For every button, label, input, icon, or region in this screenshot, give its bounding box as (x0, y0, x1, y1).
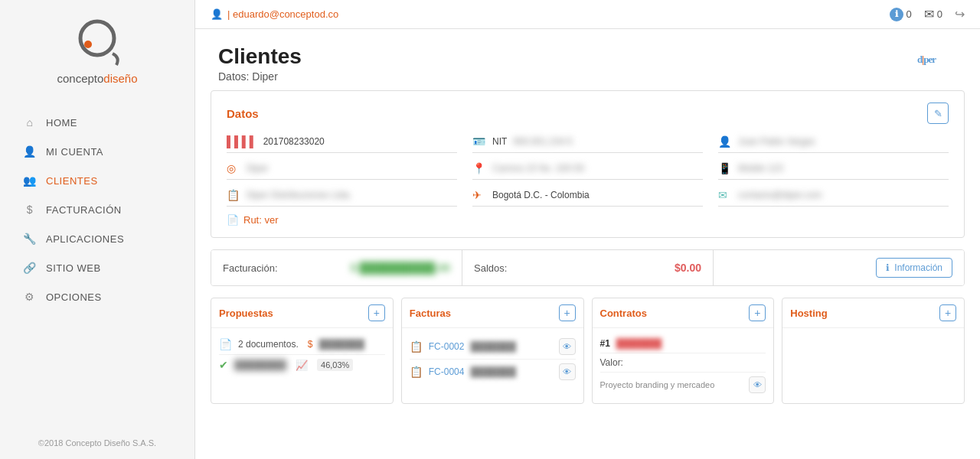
contrato-row-2: Valor: (600, 353, 766, 373)
contratos-card: Contratos + #1 ███████ Valor: Proyecto b… (592, 298, 775, 404)
sidebar-label-sitio-web: SITIO WEB (46, 262, 101, 274)
dato-city-value: Bogotá D.C. - Colombia (492, 190, 590, 200)
sidebar-item-aplicaciones[interactable]: 🔧 APLICACIONES (0, 224, 194, 253)
factura-row-2: 📋 FC-0004 ███████ 👁 (410, 360, 576, 384)
page-subtitle: Datos: Diper (218, 70, 302, 83)
user-icon: 👤 (23, 145, 37, 158)
factura-link-2[interactable]: FC-0004 (429, 366, 465, 377)
facturas-add-button[interactable]: + (559, 304, 576, 321)
propuestas-doc-count: 2 documentos. (238, 339, 299, 350)
contrato-valor-label: Valor: (600, 357, 623, 368)
dato-person-value: Juan Pablo Vargas (738, 136, 815, 147)
topbar-email[interactable]: | eduardo@conceptod.co (227, 8, 338, 20)
hosting-card: Hosting + (782, 298, 965, 404)
topbar: 👤 | eduardo@conceptod.co ℹ 0 ✉ 0 ↪ (195, 0, 980, 29)
dato-company-value: Diper Distribuciones Ltda. (247, 190, 351, 200)
sitio-web-icon: 🔗 (23, 262, 37, 274)
datos-grid: ▌▌▌▌ 201708233020 🪪 NIT 900.001.234-5 👤 … (227, 135, 949, 207)
logo-area: conceptodiseño (57, 15, 137, 85)
sidebar-item-facturacion[interactable]: $ FACTURACIÓN (0, 195, 194, 224)
dato-address-value: Carrera 15 No. 100-50 (492, 163, 584, 174)
cards-grid: Propuestas + 📄 2 documentos. $ ███████ ✔… (211, 298, 965, 404)
dato-nit-value: 900.001.234-5 (513, 136, 572, 147)
factura-eye-btn-1[interactable]: 👁 (559, 338, 576, 355)
factura-doc-icon-1: 📋 (410, 340, 423, 353)
contrato-row-3: Proyecto branding y mercadeo 👁 (600, 373, 766, 397)
info-badge-circle: ℹ (890, 8, 903, 21)
dato-phone-value: Mobile 123 (738, 163, 783, 174)
svg-point-0 (80, 21, 114, 55)
contrato-eye-btn[interactable]: 👁 (749, 376, 766, 393)
trend-icon: 📈 (296, 360, 308, 371)
logo-concepto: concepto (57, 72, 103, 85)
sidebar-label-facturacion: FACTURACIÓN (46, 204, 122, 216)
contrato-row-1: #1 ███████ (600, 334, 766, 353)
rut-link[interactable]: 📄 Rut: ver (227, 214, 949, 226)
datos-header: Datos ✎ (227, 103, 949, 124)
contratos-add-button[interactable]: + (749, 304, 766, 321)
copyright-text: ©2018 Concepto Diseño S.A.S. (38, 438, 156, 448)
sidebar-item-clientes[interactable]: 👥 CLIENTES (0, 166, 194, 195)
contratos-body: #1 ███████ Valor: Proyecto branding y me… (593, 328, 774, 403)
propuestas-add-button[interactable]: + (368, 304, 385, 321)
propuestas-amount-value: ███████ (318, 339, 364, 350)
rut-row: 📄 Rut: ver (227, 214, 949, 226)
dato-email-value: contacto@diper.com (738, 190, 822, 200)
sidebar-item-sitio-web[interactable]: 🔗 SITIO WEB (0, 253, 194, 282)
info-button[interactable]: ℹ Información (876, 258, 952, 278)
sidebar: conceptodiseño ⌂ HOME 👤 MI CUENTA 👥 CLIE… (0, 0, 195, 459)
sidebar-item-mi-cuenta[interactable]: 👤 MI CUENTA (0, 137, 194, 166)
factura-amount-1: ███████ (470, 341, 516, 352)
nav-menu: ⌂ HOME 👤 MI CUENTA 👥 CLIENTES $ FACTURAC… (0, 108, 194, 311)
topbar-logout-icon[interactable]: ↪ (955, 7, 965, 21)
dato-company: 📋 Diper Distribuciones Ltda. (227, 189, 457, 207)
factura-doc-icon-2: 📋 (410, 366, 423, 378)
factura-row-1: 📋 FC-0002 ███████ 👁 (410, 334, 576, 360)
contrato-number: #1 (600, 338, 610, 349)
topbar-left: 👤 | eduardo@conceptod.co (211, 8, 338, 20)
info-badge-count: 0 (906, 8, 912, 20)
factura-link-1[interactable]: FC-0002 (429, 341, 465, 352)
client-logo: d|per (896, 44, 957, 75)
datos-card: Datos ✎ ▌▌▌▌ 201708233020 🪪 NIT 900.001.… (211, 90, 965, 238)
direction-icon: ✈ (472, 189, 486, 201)
edit-button[interactable]: ✎ (927, 103, 949, 124)
propuestas-blurred: ████████ (234, 360, 286, 370)
aplicaciones-icon: 🔧 (23, 233, 37, 245)
contratos-title: Contratos (600, 308, 647, 319)
company-icon: 📋 (227, 189, 240, 201)
dato-client-name-value: Diper (247, 163, 269, 174)
topbar-right: ℹ 0 ✉ 0 ↪ (890, 7, 965, 21)
pdf-icon: 📄 (219, 338, 232, 350)
propuestas-header: Propuestas + (211, 298, 393, 328)
topbar-badge-info: ℹ 0 (890, 8, 912, 21)
sidebar-label-mi-cuenta: MI CUENTA (46, 146, 103, 158)
page-header: Clientes Datos: Diper d|per (195, 29, 980, 90)
topbar-user-icon: 👤 (211, 8, 223, 20)
msg-badge-count: 0 (937, 8, 942, 20)
dato-address: 📍 Carrera 15 No. 100-50 (472, 162, 703, 180)
sidebar-item-home[interactable]: ⌂ HOME (0, 108, 194, 137)
sidebar-item-opciones[interactable]: ⚙ OPCIONES (0, 282, 194, 311)
dato-person: 👤 Juan Pablo Vargas (718, 135, 949, 153)
location-icon: 📍 (472, 162, 486, 174)
page-title-section: Clientes Datos: Diper (218, 44, 302, 83)
contratos-header: Contratos + (593, 298, 774, 328)
propuestas-row-1: 📄 2 documentos. $ ███████ (219, 334, 385, 355)
clientes-icon: 👥 (23, 174, 37, 187)
propuestas-body: 📄 2 documentos. $ ███████ ✔ ████████ 📈 4… (211, 328, 393, 381)
saldos-value: $0.00 (675, 262, 701, 274)
stats-row: Facturación: $ ██████████.00 Saldos: $0.… (211, 249, 965, 286)
hosting-add-button[interactable]: + (939, 304, 956, 321)
propuestas-amount: $ (308, 339, 313, 350)
hosting-body (782, 328, 964, 340)
barcode-icon: ▌▌▌▌ (227, 135, 257, 148)
dato-phone: 📱 Mobile 123 (718, 162, 949, 180)
msg-badge-icon: ✉ (924, 7, 934, 21)
factura-eye-btn-2[interactable]: 👁 (559, 363, 576, 380)
factura-amount-2: ███████ (470, 366, 516, 377)
sidebar-label-clientes: CLIENTES (46, 175, 98, 187)
propuestas-card: Propuestas + 📄 2 documentos. $ ███████ ✔… (211, 298, 394, 404)
page-title: Clientes (218, 44, 302, 69)
check-icon: ✔ (219, 359, 228, 371)
